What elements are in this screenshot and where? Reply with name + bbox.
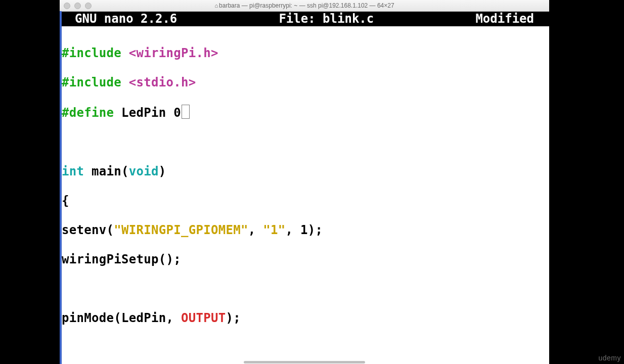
nano-file-label: File: blink.c	[177, 12, 475, 26]
nano-app-name: GNU nano 2.2.6	[61, 12, 177, 26]
scrollbar-horizontal[interactable]	[244, 361, 365, 363]
minimize-icon[interactable]	[74, 3, 81, 9]
window-titlebar: ⌂barbara — pi@raspberrypi: ~ — ssh pi@19…	[60, 0, 549, 12]
code-line	[62, 340, 547, 355]
code-line: #define LedPin 0	[62, 105, 547, 120]
code-line: setenv("WIRINGPI_GPIOMEM", "1", 1);	[62, 223, 547, 238]
code-line: #include <stdio.h>	[62, 75, 547, 90]
nano-header: GNU nano 2.2.6 File: blink.c Modified	[60, 12, 549, 26]
watermark: udemy	[598, 354, 621, 362]
window-title-text: barbara — pi@raspberrypi: ~ — ssh pi@192…	[219, 2, 394, 9]
nano-status: Modified	[475, 12, 548, 26]
code-line: int main(void)	[62, 164, 547, 179]
close-icon[interactable]	[64, 3, 70, 9]
code-line	[62, 282, 547, 296]
cursor	[182, 105, 190, 119]
editor-area[interactable]: #include <wiringPi.h> #include <stdio.h>…	[60, 26, 549, 364]
code-line	[62, 135, 547, 150]
code-line: pinMode(LedPin, OUTPUT);	[62, 311, 547, 326]
scrollbar-vertical[interactable]	[60, 11, 62, 364]
zoom-icon[interactable]	[85, 3, 92, 9]
terminal-window: ⌂barbara — pi@raspberrypi: ~ — ssh pi@19…	[60, 0, 549, 364]
traffic-lights	[64, 3, 92, 9]
home-icon: ⌂	[214, 3, 218, 9]
window-title: ⌂barbara — pi@raspberrypi: ~ — ssh pi@19…	[60, 2, 549, 9]
code-line: wiringPiSetup();	[62, 252, 547, 267]
code-line: #include <wiringPi.h>	[62, 46, 547, 61]
code-line: {	[62, 194, 547, 208]
